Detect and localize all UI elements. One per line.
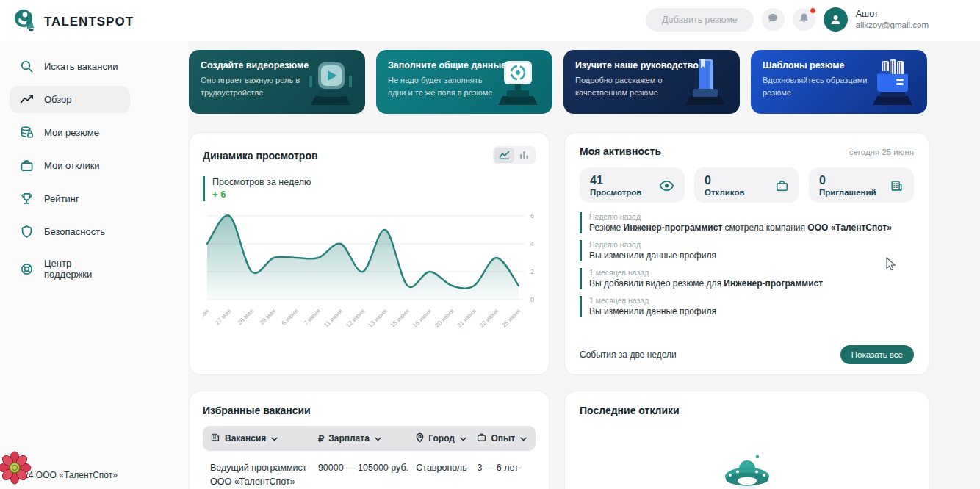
promo-card-templates[interactable]: Шаблоны резюме Вдохновляйтесь образцами … [751, 50, 927, 114]
shield-icon [20, 225, 34, 239]
video-play-illustration [302, 54, 359, 111]
views-area-chart: 0246мая27 мая28 мая29 мая6 июня7 июня11 … [203, 206, 539, 339]
salary-cell: 90000 — 105000 руб. [318, 461, 416, 489]
svg-text:4: 4 [530, 240, 534, 247]
sidebar-item-rating[interactable]: Рейтинг [10, 185, 130, 212]
activity-title: Моя активность [580, 145, 661, 157]
favorites-table-header: Вакансия ₽ Зарплата Город Опыт [203, 426, 536, 451]
stat-label: Откликов [705, 188, 745, 197]
show-all-button[interactable]: Показать все [840, 345, 914, 364]
briefcase-icon [775, 179, 789, 192]
sidebar-item-overview[interactable]: Обзор [10, 86, 130, 113]
line-chart-toggle[interactable] [494, 148, 514, 163]
user-info[interactable]: Ашот alikzoy@gmail.com [856, 9, 929, 31]
bell-icon [799, 12, 810, 27]
chart-legend: Просмотров за неделю + 6 [203, 176, 536, 201]
vacancy-title: Ведущий программист [210, 461, 318, 475]
vacancy-cell: Ведущий программист ООО «ТалентСпот» [210, 461, 318, 489]
eye-icon [659, 180, 674, 192]
activity-events: Неделю назад Резюме Инженер-программист … [580, 212, 914, 317]
main-content: Создайте видеорезюме Оно играет важную р… [188, 41, 980, 489]
notifications-button[interactable] [793, 8, 815, 31]
favorites-title: Избранные вакансии [203, 405, 536, 416]
stat-value: 0 [705, 174, 745, 187]
svg-text:6: 6 [530, 212, 534, 220]
logo-text: TALENTSPOT [44, 15, 134, 29]
sidebar-item-label: Мои резюме [44, 127, 99, 138]
building-icon [890, 179, 904, 192]
events-period-text: События за две недели [580, 349, 677, 360]
svg-text:29 мая: 29 мая [258, 307, 277, 326]
svg-text:15 июня: 15 июня [389, 307, 411, 329]
chevron-down-icon [375, 433, 381, 443]
sidebar-item-my-resumes[interactable]: Мои резюме [10, 119, 130, 146]
column-salary[interactable]: ₽ Зарплата [318, 433, 416, 444]
chart-title: Динамика просмотров [203, 150, 318, 162]
sidebar-item-search-vacancies[interactable]: Искать вакансии [10, 53, 130, 80]
svg-text:27 мая: 27 мая [214, 307, 233, 326]
activity-date: сегодня 25 июня [849, 148, 914, 156]
bar-chart-toggle[interactable] [514, 148, 534, 163]
sidebar-item-label: Искать вакансии [44, 61, 118, 72]
activity-event: 1 месяцев назад Вы изменили данные профи… [580, 296, 914, 317]
promo-text: Оно играет важную роль в трудоустройстве [201, 74, 311, 98]
briefcase-icon [20, 159, 34, 173]
column-city[interactable]: Город [416, 432, 477, 445]
column-vacancy[interactable]: Вакансия [210, 432, 318, 444]
activity-event: Неделю назад Резюме Инженер-программист … [580, 212, 914, 233]
svg-text:25 июня: 25 июня [500, 307, 522, 329]
svg-text:21 июня: 21 июня [455, 307, 478, 329]
favorite-vacancies-card: Избранные вакансии Вакансия ₽ Зарплата Г… [189, 391, 550, 489]
location-icon [416, 432, 424, 445]
svg-text:16 июня: 16 июня [411, 307, 433, 329]
add-resume-button[interactable]: Добавить резюме [646, 8, 754, 32]
messages-button[interactable] [762, 8, 785, 31]
chevron-down-icon [460, 433, 466, 443]
svg-text:0: 0 [530, 296, 534, 303]
chart-type-toggle [493, 146, 536, 164]
sidebar-item-support-center[interactable]: Центр поддержки [10, 251, 130, 286]
sidebar-item-security[interactable]: Безопасность [10, 218, 130, 245]
stat-label: Просмотров [590, 188, 641, 197]
svg-text:6 июня: 6 июня [280, 307, 300, 327]
notification-badge [810, 7, 816, 14]
activity-event: Неделю назад Вы изменили данные профиля [580, 240, 914, 261]
user-avatar[interactable] [824, 7, 848, 32]
templates-folder-illustration [864, 54, 921, 111]
stat-value: 0 [819, 174, 876, 187]
svg-text:мая: мая [203, 307, 211, 320]
ufo-illustration [703, 441, 791, 489]
user-name: Ашот [856, 9, 929, 21]
svg-text:20 июня: 20 июня [433, 307, 455, 329]
chat-icon [767, 12, 779, 27]
user-email: alikzoy@gmail.com [856, 20, 929, 30]
svg-text:22 июня: 22 июня [478, 307, 500, 329]
share-screen-illustration [489, 54, 547, 111]
briefcase-icon [477, 432, 486, 444]
column-experience[interactable]: Опыт [477, 432, 528, 444]
stat-label: Приглашений [819, 188, 876, 197]
line-chart-icon [499, 149, 510, 162]
promo-card-common-data[interactable]: Заполните общие данные Не надо будет зап… [376, 50, 552, 114]
sidebar-item-label: Мои отклики [44, 160, 100, 171]
promo-card-video-resume[interactable]: Создайте видеорезюме Оно играет важную р… [189, 50, 365, 114]
vacancy-row[interactable]: Ведущий программист ООО «ТалентСпот» 900… [203, 461, 536, 489]
responses-title: Последние отклики [580, 405, 914, 416]
sidebar-item-label: Обзор [44, 94, 72, 105]
sidebar: Искать вакансии Обзор Мои резюме Мои отк… [0, 41, 188, 489]
svg-text:12 июня: 12 июня [345, 307, 367, 329]
app-logo[interactable]: TALENTSPOT [13, 8, 134, 35]
building-icon [210, 432, 220, 444]
vacancy-company: ООО «ТалентСпот» [210, 475, 318, 489]
sidebar-item-my-responses[interactable]: Мои отклики [10, 152, 130, 179]
stat-views: 41 Просмотров [580, 167, 685, 203]
trend-icon [20, 93, 34, 106]
city-cell: Ставрополь [416, 461, 477, 489]
svg-text:28 мая: 28 мая [236, 307, 255, 326]
bar-chart-icon [519, 149, 529, 162]
promo-text: Вдохновляйтесь образцами резюме [763, 74, 873, 98]
svg-text:13 июня: 13 июня [367, 307, 389, 329]
promo-card-guide[interactable]: Изучите наше руководство Подробно расска… [563, 50, 740, 114]
chevron-down-icon [520, 433, 527, 443]
book-illustration [677, 54, 734, 111]
